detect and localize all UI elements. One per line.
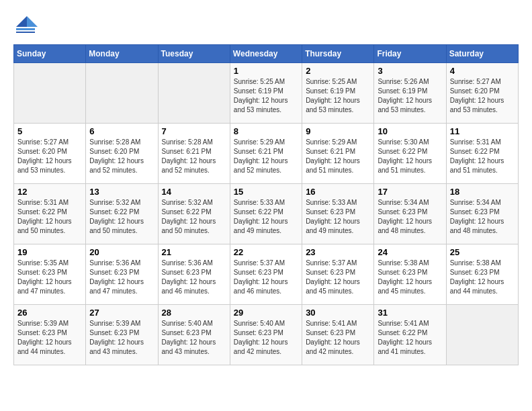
day-cell: 26Sunrise: 5:39 AM Sunset: 6:23 PM Dayli… [14, 305, 86, 365]
day-number: 19 [17, 247, 82, 257]
day-info: Sunrise: 5:28 AM Sunset: 6:21 PM Dayligh… [162, 138, 226, 175]
day-cell: 20Sunrise: 5:36 AM Sunset: 6:23 PM Dayli… [86, 244, 158, 305]
page-header [13, 13, 519, 38]
day-number: 13 [89, 187, 154, 197]
day-number: 1 [234, 66, 298, 76]
header-monday: Monday [86, 45, 158, 63]
day-cell: 8Sunrise: 5:29 AM Sunset: 6:21 PM Daylig… [230, 124, 302, 184]
day-cell: 21Sunrise: 5:36 AM Sunset: 6:23 PM Dayli… [158, 244, 230, 305]
day-cell: 30Sunrise: 5:41 AM Sunset: 6:23 PM Dayli… [302, 305, 374, 365]
day-info: Sunrise: 5:39 AM Sunset: 6:23 PM Dayligh… [17, 319, 82, 357]
day-cell: 23Sunrise: 5:37 AM Sunset: 6:23 PM Dayli… [302, 244, 374, 305]
week-row-3: 12Sunrise: 5:31 AM Sunset: 6:22 PM Dayli… [14, 184, 519, 244]
day-number: 21 [162, 247, 226, 257]
day-number: 10 [378, 126, 442, 136]
day-info: Sunrise: 5:33 AM Sunset: 6:22 PM Dayligh… [234, 198, 298, 236]
day-cell: 3Sunrise: 5:26 AM Sunset: 6:19 PM Daylig… [374, 63, 446, 124]
day-info: Sunrise: 5:26 AM Sunset: 6:19 PM Dayligh… [378, 77, 442, 115]
day-info: Sunrise: 5:33 AM Sunset: 6:23 PM Dayligh… [306, 198, 370, 236]
day-number: 4 [450, 66, 515, 76]
day-cell: 29Sunrise: 5:40 AM Sunset: 6:23 PM Dayli… [230, 305, 302, 365]
day-number: 31 [378, 308, 442, 318]
day-cell: 17Sunrise: 5:34 AM Sunset: 6:23 PM Dayli… [374, 184, 446, 244]
day-cell: 12Sunrise: 5:31 AM Sunset: 6:22 PM Dayli… [14, 184, 86, 244]
day-number: 5 [17, 126, 82, 136]
day-number: 27 [89, 308, 154, 318]
day-info: Sunrise: 5:40 AM Sunset: 6:23 PM Dayligh… [234, 319, 298, 357]
day-number: 16 [306, 187, 370, 197]
day-number: 15 [234, 187, 298, 197]
day-cell [86, 63, 158, 124]
day-number: 20 [89, 247, 154, 257]
day-number: 11 [450, 126, 515, 136]
day-cell: 24Sunrise: 5:38 AM Sunset: 6:23 PM Dayli… [374, 244, 446, 305]
week-row-5: 26Sunrise: 5:39 AM Sunset: 6:23 PM Dayli… [14, 305, 519, 365]
day-info: Sunrise: 5:25 AM Sunset: 6:19 PM Dayligh… [234, 77, 298, 115]
week-row-4: 19Sunrise: 5:35 AM Sunset: 6:23 PM Dayli… [14, 244, 519, 305]
logo-icon [13, 13, 38, 38]
day-cell: 15Sunrise: 5:33 AM Sunset: 6:22 PM Dayli… [230, 184, 302, 244]
day-number: 8 [234, 126, 298, 136]
calendar-table: SundayMondayTuesdayWednesdayThursdayFrid… [13, 44, 519, 365]
day-number: 6 [89, 126, 154, 136]
day-number: 17 [378, 187, 442, 197]
day-info: Sunrise: 5:30 AM Sunset: 6:22 PM Dayligh… [378, 138, 442, 175]
calendar-header-row: SundayMondayTuesdayWednesdayThursdayFrid… [14, 45, 519, 63]
day-number: 22 [234, 247, 298, 257]
day-info: Sunrise: 5:29 AM Sunset: 6:21 PM Dayligh… [306, 138, 370, 175]
day-info: Sunrise: 5:38 AM Sunset: 6:23 PM Dayligh… [450, 259, 515, 296]
svg-rect-3 [16, 28, 35, 30]
day-info: Sunrise: 5:37 AM Sunset: 6:23 PM Dayligh… [306, 259, 370, 296]
day-info: Sunrise: 5:41 AM Sunset: 6:22 PM Dayligh… [378, 319, 442, 357]
day-info: Sunrise: 5:36 AM Sunset: 6:23 PM Dayligh… [89, 259, 154, 296]
day-number: 26 [17, 308, 82, 318]
day-info: Sunrise: 5:34 AM Sunset: 6:23 PM Dayligh… [378, 198, 442, 236]
header-saturday: Saturday [446, 45, 518, 63]
week-row-1: 1Sunrise: 5:25 AM Sunset: 6:19 PM Daylig… [14, 63, 519, 124]
day-cell: 14Sunrise: 5:32 AM Sunset: 6:22 PM Dayli… [158, 184, 230, 244]
day-info: Sunrise: 5:28 AM Sunset: 6:20 PM Dayligh… [89, 138, 154, 175]
day-info: Sunrise: 5:31 AM Sunset: 6:22 PM Dayligh… [17, 198, 82, 236]
svg-rect-4 [16, 32, 35, 33]
day-cell: 1Sunrise: 5:25 AM Sunset: 6:19 PM Daylig… [230, 63, 302, 124]
day-number: 28 [162, 308, 226, 318]
day-number: 3 [378, 66, 442, 76]
day-cell: 16Sunrise: 5:33 AM Sunset: 6:23 PM Dayli… [302, 184, 374, 244]
day-cell: 31Sunrise: 5:41 AM Sunset: 6:22 PM Dayli… [374, 305, 446, 365]
day-cell: 7Sunrise: 5:28 AM Sunset: 6:21 PM Daylig… [158, 124, 230, 184]
day-cell: 27Sunrise: 5:39 AM Sunset: 6:23 PM Dayli… [86, 305, 158, 365]
day-cell [158, 63, 230, 124]
day-cell: 28Sunrise: 5:40 AM Sunset: 6:23 PM Dayli… [158, 305, 230, 365]
day-info: Sunrise: 5:36 AM Sunset: 6:23 PM Dayligh… [162, 259, 226, 296]
day-info: Sunrise: 5:32 AM Sunset: 6:22 PM Dayligh… [89, 198, 154, 236]
day-cell: 11Sunrise: 5:31 AM Sunset: 6:22 PM Dayli… [446, 124, 518, 184]
day-number: 30 [306, 308, 370, 318]
day-number: 9 [306, 126, 370, 136]
day-info: Sunrise: 5:39 AM Sunset: 6:23 PM Dayligh… [89, 319, 154, 357]
header-sunday: Sunday [14, 45, 86, 63]
day-info: Sunrise: 5:27 AM Sunset: 6:20 PM Dayligh… [17, 138, 82, 175]
day-cell: 22Sunrise: 5:37 AM Sunset: 6:23 PM Dayli… [230, 244, 302, 305]
day-info: Sunrise: 5:41 AM Sunset: 6:23 PM Dayligh… [306, 319, 370, 357]
header-thursday: Thursday [302, 45, 374, 63]
day-cell [446, 305, 518, 365]
day-info: Sunrise: 5:37 AM Sunset: 6:23 PM Dayligh… [234, 259, 298, 296]
day-number: 29 [234, 308, 298, 318]
day-info: Sunrise: 5:27 AM Sunset: 6:20 PM Dayligh… [450, 77, 515, 115]
day-cell: 25Sunrise: 5:38 AM Sunset: 6:23 PM Dayli… [446, 244, 518, 305]
day-cell: 18Sunrise: 5:34 AM Sunset: 6:23 PM Dayli… [446, 184, 518, 244]
day-number: 25 [450, 247, 515, 257]
day-number: 14 [162, 187, 226, 197]
day-info: Sunrise: 5:35 AM Sunset: 6:23 PM Dayligh… [17, 259, 82, 296]
day-cell: 10Sunrise: 5:30 AM Sunset: 6:22 PM Dayli… [374, 124, 446, 184]
day-info: Sunrise: 5:29 AM Sunset: 6:21 PM Dayligh… [234, 138, 298, 175]
logo [13, 13, 40, 38]
day-number: 23 [306, 247, 370, 257]
day-info: Sunrise: 5:38 AM Sunset: 6:23 PM Dayligh… [378, 259, 442, 296]
day-number: 12 [17, 187, 82, 197]
day-number: 18 [450, 187, 515, 197]
day-cell: 4Sunrise: 5:27 AM Sunset: 6:20 PM Daylig… [446, 63, 518, 124]
day-cell: 13Sunrise: 5:32 AM Sunset: 6:22 PM Dayli… [86, 184, 158, 244]
day-number: 7 [162, 126, 226, 136]
header-tuesday: Tuesday [158, 45, 230, 63]
